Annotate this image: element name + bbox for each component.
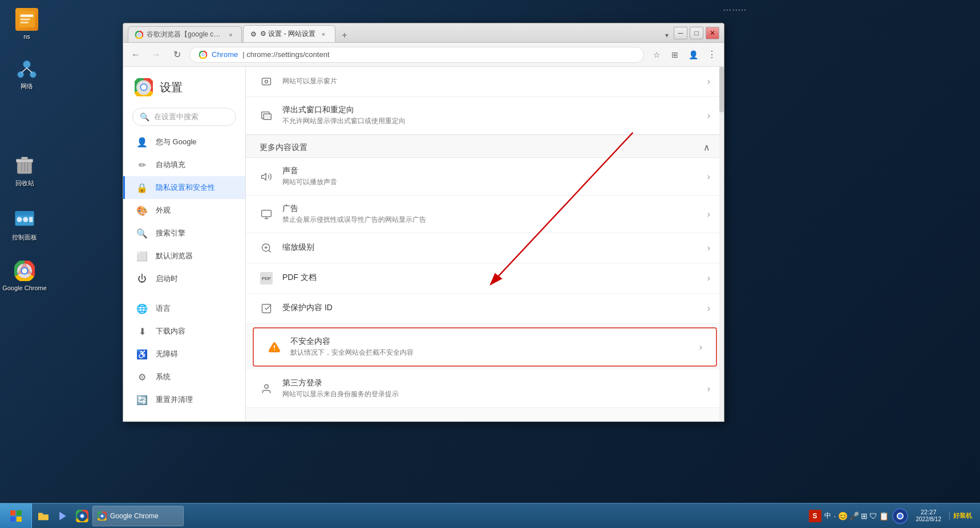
sidebar-item-autofill[interactable]: ✏ 自动填充: [123, 153, 245, 176]
desktop-icon-control-panel[interactable]: 控制面板: [5, 208, 44, 242]
menu-button[interactable]: ⋮: [703, 47, 719, 63]
svg-rect-3: [21, 22, 29, 23]
setting-insecure-arrow: ›: [699, 342, 702, 352]
setting-sound-desc: 网站可以播放声音: [282, 177, 707, 187]
more-content-header[interactable]: 更多内容设置 ∧: [246, 135, 724, 158]
setting-item-screenshot[interactable]: 网站可以显示窗片 ›: [246, 67, 724, 97]
sidebar-accessibility-icon: ♿: [136, 348, 148, 360]
tab-2-close[interactable]: ×: [319, 30, 328, 39]
setting-third-party-icon: [260, 382, 273, 396]
svg-rect-55: [17, 517, 22, 522]
sidebar-item-system[interactable]: ⚙ 系统: [123, 365, 245, 388]
setting-item-zoom[interactable]: 缩放级别 ›: [246, 233, 724, 263]
sidebar-item-startup[interactable]: ⏻ 启动时: [123, 267, 245, 290]
settings-title: 设置: [160, 80, 183, 95]
sidebar-item-google[interactable]: 👤 您与 Google: [123, 131, 245, 153]
sidebar-item-default-browser[interactable]: ⬜ 默认浏览器: [123, 245, 245, 267]
close-button[interactable]: ✕: [706, 27, 719, 39]
add-tab-button[interactable]: +: [337, 29, 353, 42]
address-bar: ← → ↻ Chrome | chrome://settings/content…: [123, 43, 724, 67]
sidebar-item-language[interactable]: 🌐 语言: [123, 297, 245, 320]
svg-rect-54: [10, 517, 15, 522]
tab-1-close[interactable]: ×: [227, 30, 234, 39]
desktop-icon-recycle[interactable]: 回收站: [5, 154, 44, 188]
maximize-button[interactable]: □: [690, 27, 703, 39]
profile-button[interactable]: 👤: [685, 47, 701, 63]
tab-2[interactable]: ⚙ ⚙ 设置 - 网站设置 ×: [243, 25, 335, 42]
sidebar-reset-label: 重置并清理: [156, 395, 193, 405]
sidebar-accessibility-label: 无障碍: [156, 349, 178, 359]
setting-item-protected[interactable]: 受保护内容 ID ›: [246, 294, 724, 324]
svg-point-30: [202, 54, 204, 56]
sidebar-privacy-label: 隐私设置和安全性: [156, 182, 215, 193]
tab-2-label: ⚙ 设置 - 网站设置: [260, 29, 315, 39]
setting-ads-arrow: ›: [707, 209, 710, 220]
desktop-icon-chrome[interactable]: Google Chrome: [5, 259, 44, 291]
taskbar: Google Chrome S 中 · 😊 🎤 ⊞ 🛡 📋 22:27 2022…: [0, 503, 980, 528]
sidebar-autofill-label: 自动填充: [156, 160, 185, 170]
bookmark-button[interactable]: ☆: [649, 47, 665, 63]
taskbar-folder-button[interactable]: [34, 507, 52, 525]
sidebar-item-accessibility[interactable]: ♿ 无障碍: [123, 343, 245, 365]
svg-rect-14: [22, 157, 28, 160]
svg-rect-1: [21, 15, 33, 17]
setting-item-pdf[interactable]: PDF PDF 文档 ›: [246, 263, 724, 294]
setting-item-third-party[interactable]: 第三方登录 网站可以显示来自身份服务的登录提示 ›: [246, 370, 724, 408]
svg-point-35: [265, 80, 268, 83]
sidebar-downloads-label: 下载内容: [156, 326, 185, 336]
sidebar-item-search[interactable]: 🔍 搜索引擎: [123, 222, 245, 245]
tray-mic-icon: 🎤: [849, 511, 859, 521]
sidebar-google-label: 您与 Google: [156, 137, 197, 147]
minimize-button[interactable]: ─: [674, 27, 687, 39]
svg-point-5: [18, 71, 24, 78]
forward-button[interactable]: →: [148, 47, 164, 63]
sidebar-search[interactable]: 🔍 在设置中搜索: [132, 108, 236, 126]
browser-content: 设置 🔍 在设置中搜索 👤 您与 Google ✏ 自动填充 🔒 隐私设置和安: [123, 67, 724, 421]
setting-pdf-icon: PDF: [260, 271, 273, 285]
svg-point-57: [80, 514, 84, 518]
svg-point-18: [23, 217, 28, 222]
start-button[interactable]: [0, 503, 32, 529]
setting-third-party-title: 第三方登录: [282, 378, 707, 388]
setting-ads-desc: 禁止会展示侵扰性或误导性广告的网站显示广告: [282, 215, 707, 225]
settings-scrollbar-thumb[interactable]: [719, 67, 724, 112]
svg-rect-46: [262, 304, 271, 313]
taskbar-chrome-window[interactable]: Google Chrome: [92, 506, 184, 526]
sidebar-item-privacy[interactable]: 🔒 隐私设置和安全性: [123, 176, 245, 199]
tray-time: 22:27: [921, 509, 937, 516]
settings-header: 设置: [123, 71, 245, 103]
setting-item-insecure[interactable]: 不安全内容 默认情况下，安全网站会拦截不安全内容 ›: [253, 327, 717, 367]
sidebar-item-appearance[interactable]: 🎨 外观: [123, 199, 245, 222]
desktop-icon-network[interactable]: 网络: [7, 57, 47, 91]
refresh-button[interactable]: ↻: [169, 47, 185, 63]
desktop-icon-ns[interactable]: ns: [7, 8, 47, 40]
back-button[interactable]: ←: [128, 47, 144, 63]
url-chrome-part: Chrome: [212, 50, 238, 59]
tabs-expand-button[interactable]: ▾: [660, 29, 674, 42]
setting-item-popup[interactable]: 弹出式窗口和重定向 不允许网站显示弹出式窗口或使用重定向 ›: [246, 97, 724, 135]
sidebar-item-extensions[interactable]: 🧩 扩展程序 ↗: [123, 418, 245, 421]
tray-time-display: 22:27 2022/8/12: [912, 509, 946, 523]
setting-ads-icon: [260, 208, 273, 221]
setting-item-ads[interactable]: 广告 禁止会展示侵扰性或误导性广告的网站显示广告 ›: [246, 196, 724, 233]
setting-pdf-title: PDF 文档: [282, 273, 707, 283]
tray-cn-icon[interactable]: 中: [823, 510, 832, 522]
taskbar-chrome-button[interactable]: [73, 507, 91, 525]
tray-dot-icon: ·: [834, 511, 836, 521]
more-content-toggle[interactable]: ∧: [703, 142, 710, 153]
taskbar-media-button[interactable]: [54, 507, 72, 525]
setting-popup-arrow: ›: [707, 111, 710, 121]
url-bar[interactable]: Chrome | chrome://settings/content: [189, 47, 644, 63]
reader-mode-button[interactable]: ⊞: [667, 47, 683, 63]
tab-1[interactable]: 谷歌浏览器【google chrome】 ×: [128, 26, 242, 42]
sidebar-item-reset[interactable]: 🔄 重置并清理: [123, 388, 245, 411]
setting-item-sound[interactable]: 声音 网站可以播放声音 ›: [246, 158, 724, 196]
svg-line-43: [269, 250, 271, 253]
svg-point-26: [22, 269, 27, 274]
setting-popup-text: 弹出式窗口和重定向 不允许网站显示弹出式窗口或使用重定向: [282, 105, 707, 126]
sidebar-item-downloads[interactable]: ⬇ 下载内容: [123, 320, 245, 343]
tray-grid-icon[interactable]: ⊞: [861, 511, 868, 521]
setting-protected-title: 受保护内容 ID: [282, 303, 707, 313]
svg-rect-16: [15, 212, 34, 216]
tray-record-button[interactable]: [892, 508, 908, 524]
